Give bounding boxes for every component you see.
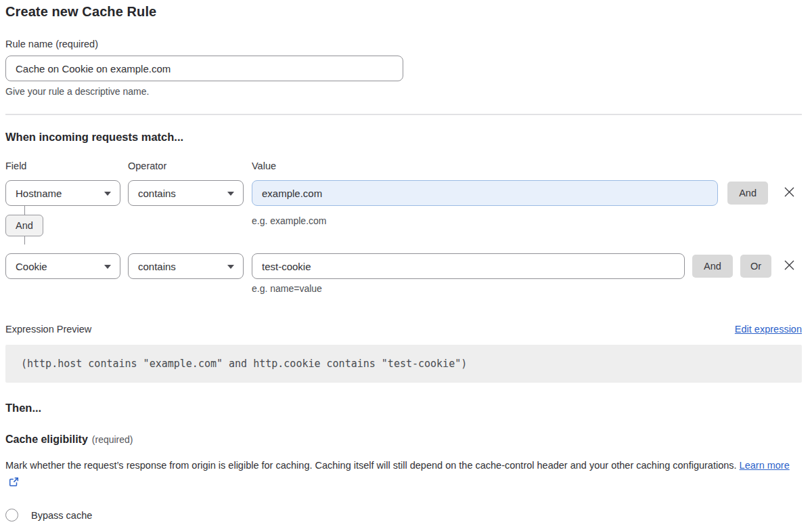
remove-condition-1-button[interactable] <box>783 187 795 199</box>
operator-select-2-value: contains <box>138 261 176 272</box>
field-select-2[interactable]: Cookie <box>5 253 120 279</box>
eligibility-description: Mark whether the request’s response from… <box>5 457 794 492</box>
value-hint-1: e.g. example.com <box>252 215 327 226</box>
expression-header: Expression Preview Edit expression <box>5 324 802 335</box>
condition-column-headers: Field Operator Value <box>5 161 802 171</box>
page-title: Create new Cache Rule <box>5 4 802 20</box>
operator-column-label: Operator <box>128 161 252 171</box>
value-column-label: Value <box>252 161 802 171</box>
field-select-1-value: Hostname <box>16 188 62 199</box>
operator-select-1-value: contains <box>138 188 176 199</box>
chevron-down-icon <box>104 192 111 196</box>
section-divider <box>5 114 802 115</box>
bypass-cache-option[interactable]: Bypass cache <box>5 509 802 522</box>
rule-name-helper: Give your rule a descriptive name. <box>5 86 802 97</box>
bypass-cache-radio[interactable] <box>5 509 18 522</box>
expression-code-block: (http.host contains "example.com" and ht… <box>5 345 802 383</box>
eligibility-description-text: Mark whether the request’s response from… <box>5 460 737 471</box>
cache-eligibility-title: Cache eligibility(required) <box>5 433 802 446</box>
condition-row-2: Cookie contains And Or <box>5 253 802 279</box>
chevron-down-icon <box>104 265 111 269</box>
operator-select-2[interactable]: contains <box>128 253 244 279</box>
connector-zone: e.g. example.com And <box>5 206 802 245</box>
operator-select-1[interactable]: contains <box>128 180 244 206</box>
chevron-down-icon <box>227 265 234 269</box>
and-button-row-1[interactable]: And <box>727 182 768 205</box>
remove-condition-2-button[interactable] <box>783 260 795 272</box>
expression-preview-label: Expression Preview <box>5 324 91 335</box>
connector-line-top <box>24 206 25 215</box>
cache-eligibility-label: Cache eligibility <box>5 433 88 445</box>
learn-more-link[interactable]: Learn more <box>740 460 790 471</box>
external-link-icon <box>9 478 19 489</box>
value-hint-2: e.g. name=value <box>252 283 802 294</box>
chevron-down-icon <box>227 192 234 196</box>
and-button-row-2[interactable]: And <box>692 255 733 278</box>
required-note: (required) <box>92 434 133 445</box>
condition-row-1: Hostname contains And <box>5 180 802 206</box>
or-button-row-2[interactable]: Or <box>740 255 771 278</box>
value-input-2[interactable] <box>252 253 685 279</box>
connector-and-button[interactable]: And <box>5 215 43 236</box>
then-heading: Then... <box>5 402 802 415</box>
field-column-label: Field <box>5 161 128 171</box>
connector-line-bottom <box>24 236 25 245</box>
close-icon <box>784 186 795 200</box>
rule-name-label: Rule name (required) <box>5 39 802 49</box>
edit-expression-link[interactable]: Edit expression <box>735 324 802 335</box>
rule-name-input[interactable] <box>5 56 403 81</box>
create-cache-rule-form: Create new Cache Rule Rule name (require… <box>5 4 802 531</box>
field-select-1[interactable]: Hostname <box>5 180 120 206</box>
value-input-1[interactable] <box>252 180 718 206</box>
bypass-cache-label: Bypass cache <box>31 510 92 521</box>
field-select-2-value: Cookie <box>16 261 47 272</box>
close-icon <box>784 259 795 273</box>
match-heading: When incoming requests match... <box>5 131 802 144</box>
